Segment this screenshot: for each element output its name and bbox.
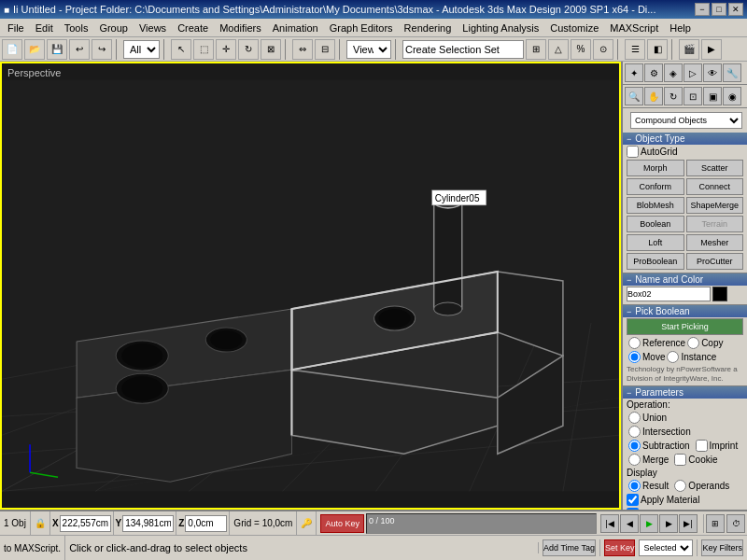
lock-icon-item[interactable]: 🔑 <box>297 511 317 535</box>
orbit-icon[interactable]: ↻ <box>664 87 683 105</box>
lock-item[interactable]: 🔒 <box>31 511 50 535</box>
snap-toggle[interactable]: ⊞ <box>526 39 546 60</box>
mirror-button[interactable]: ⇔ <box>292 39 313 60</box>
rotate-button[interactable]: ↻ <box>238 39 259 60</box>
autogrid-checkbox[interactable] <box>627 146 639 158</box>
operands-radio[interactable] <box>674 480 686 492</box>
minimize-button[interactable]: − <box>695 3 710 16</box>
procutter-button[interactable]: ProCutter <box>686 253 744 270</box>
color-swatch[interactable] <box>712 287 727 301</box>
create-icon[interactable]: ✦ <box>625 63 643 82</box>
instance-radio[interactable] <box>667 351 679 363</box>
layer-mgr[interactable]: ◧ <box>647 39 668 60</box>
y-input[interactable] <box>122 515 174 532</box>
next-frame-button[interactable]: ▶ <box>659 514 678 533</box>
menu-views[interactable]: Views <box>134 21 172 35</box>
view-dropdown[interactable]: View <box>346 40 391 59</box>
setkey-button[interactable]: Set Key <box>604 539 636 556</box>
menu-graph-editors[interactable]: Graph Editors <box>324 21 399 35</box>
maximize-button[interactable]: □ <box>712 3 726 16</box>
mesher-button[interactable]: Mesher <box>686 234 744 251</box>
save-button[interactable]: 💾 <box>47 39 67 60</box>
render-setup[interactable]: 🎬 <box>679 39 699 60</box>
zoom-icon[interactable]: 🔍 <box>625 87 643 105</box>
close-button[interactable]: ✕ <box>728 3 743 16</box>
align-button[interactable]: ⊟ <box>315 39 335 60</box>
selected-dropdown[interactable]: Selected <box>639 539 693 556</box>
maxscript-item[interactable]: to MAXScript. <box>0 536 65 560</box>
result-radio[interactable] <box>628 480 641 492</box>
named-sel[interactable]: ☰ <box>625 39 645 60</box>
key-mode-toggle[interactable]: ⊞ <box>706 514 725 533</box>
play-button[interactable]: ▶ <box>640 514 658 533</box>
subtraction-radio[interactable] <box>628 440 641 452</box>
scatter-button[interactable]: Scatter <box>686 160 744 176</box>
intersection-radio[interactable] <box>628 426 641 438</box>
terrain-button[interactable]: Terrain <box>686 216 744 232</box>
misc1-icon[interactable]: ▣ <box>703 87 722 105</box>
menu-customize[interactable]: Customize <box>544 21 604 35</box>
collapse-btn[interactable]: − <box>627 134 631 144</box>
z-input[interactable] <box>185 515 227 532</box>
utility-icon[interactable]: 🔧 <box>723 63 741 82</box>
compound-dropdown[interactable]: Compound Objects <box>630 112 742 129</box>
hierarchy-icon[interactable]: ◈ <box>664 63 683 82</box>
misc2-icon[interactable]: ◉ <box>723 87 741 105</box>
name-collapse-btn[interactable]: − <box>627 275 631 285</box>
menu-tools[interactable]: Tools <box>59 21 94 35</box>
blobmesh-button[interactable]: BlobMesh <box>627 197 684 214</box>
imprint-checkbox[interactable] <box>696 440 708 452</box>
conform-button[interactable]: Conform <box>627 178 684 195</box>
new-button[interactable]: 📄 <box>2 39 22 60</box>
menu-edit[interactable]: Edit <box>30 21 59 35</box>
apply-operand-checkbox[interactable] <box>627 508 639 510</box>
angle-snap[interactable]: △ <box>548 39 569 60</box>
create-selection-input[interactable] <box>402 40 524 59</box>
start-picking-button[interactable]: Start Picking <box>627 318 743 335</box>
modify-icon[interactable]: ⚙ <box>644 63 663 82</box>
scale-button[interactable]: ⊠ <box>261 39 281 60</box>
prev-frame-button[interactable]: ◀ <box>620 514 639 533</box>
open-button[interactable]: 📂 <box>24 39 45 60</box>
menu-animation[interactable]: Animation <box>267 21 324 35</box>
pan-icon[interactable]: ✋ <box>644 87 663 105</box>
menu-create[interactable]: Create <box>172 21 214 35</box>
params-collapse-btn[interactable]: − <box>627 388 631 398</box>
redo-button[interactable]: ↪ <box>92 39 112 60</box>
display-icon[interactable]: 👁 <box>703 63 722 82</box>
union-radio[interactable] <box>628 412 641 424</box>
x-input[interactable] <box>60 515 111 532</box>
move-radio[interactable] <box>628 351 641 363</box>
menu-group[interactable]: Group <box>93 21 134 35</box>
morph-button[interactable]: Morph <box>627 160 684 176</box>
add-time-tag-button[interactable]: Add Time Tag <box>543 539 596 556</box>
select-filter-dropdown[interactable]: All <box>123 40 160 59</box>
spinner-snap[interactable]: ⊙ <box>593 39 613 60</box>
loft-button[interactable]: Loft <box>627 234 684 251</box>
key-filters-button[interactable]: Key Filters <box>701 539 743 556</box>
motion-icon[interactable]: ▷ <box>684 63 702 82</box>
reference-radio[interactable] <box>628 337 641 349</box>
menu-file[interactable]: File <box>2 21 30 35</box>
move-button[interactable]: ✛ <box>216 39 236 60</box>
go-start-button[interactable]: |◀ <box>600 514 619 533</box>
render-btn[interactable]: ▶ <box>701 39 722 60</box>
boolean-button[interactable]: Boolean <box>627 216 684 232</box>
menu-help[interactable]: Help <box>664 21 697 35</box>
merge-radio[interactable] <box>628 454 641 466</box>
timeline[interactable]: 0 / 100 <box>366 513 597 534</box>
select-region-button[interactable]: ⬚ <box>193 39 214 60</box>
copy-radio[interactable] <box>687 337 699 349</box>
fov-icon[interactable]: ⊡ <box>684 87 702 105</box>
menu-rendering[interactable]: Rendering <box>399 21 458 35</box>
menu-lighting[interactable]: Lighting Analysis <box>457 21 544 35</box>
cookie-checkbox[interactable] <box>674 454 686 466</box>
proboolean-button[interactable]: ProBoolean <box>627 253 684 270</box>
go-end-button[interactable]: ▶| <box>679 514 698 533</box>
time-config-button[interactable]: ⏱ <box>726 514 745 533</box>
menu-modifiers[interactable]: Modifiers <box>214 21 267 35</box>
select-object-button[interactable]: ↖ <box>171 39 191 60</box>
viewport[interactable]: Perspective <box>0 62 621 510</box>
percent-snap[interactable]: % <box>571 39 591 60</box>
menu-maxscript[interactable]: MAXScript <box>604 21 664 35</box>
